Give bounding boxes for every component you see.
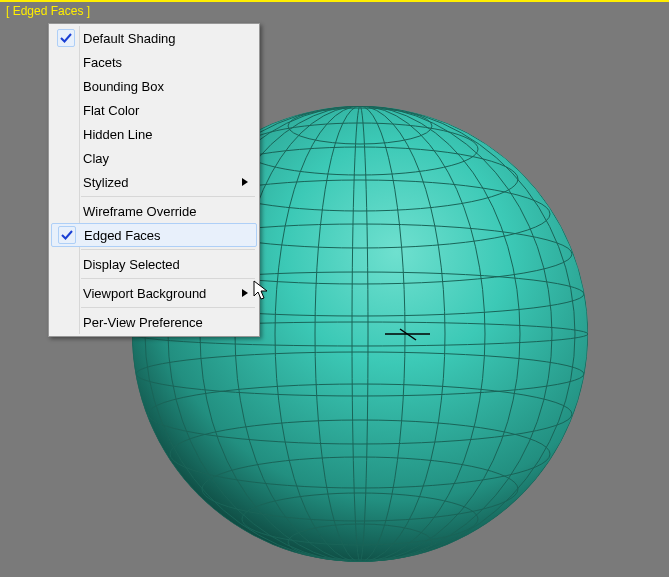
submenu-arrow-icon bbox=[237, 289, 253, 297]
menu-separator bbox=[81, 249, 255, 250]
shading-context-menu: Default Shading Facets Bounding Box Flat… bbox=[48, 23, 260, 337]
mouse-cursor-icon bbox=[253, 280, 271, 305]
menu-separator bbox=[81, 307, 255, 308]
menu-item-clay[interactable]: Clay bbox=[51, 146, 257, 170]
check-icon bbox=[53, 29, 79, 47]
menu-label: Wireframe Override bbox=[79, 204, 257, 219]
viewport-label[interactable]: [ Edged Faces ] bbox=[6, 4, 90, 18]
menu-label: Bounding Box bbox=[79, 79, 257, 94]
menu-item-bounding-box[interactable]: Bounding Box bbox=[51, 74, 257, 98]
menu-item-flat-color[interactable]: Flat Color bbox=[51, 98, 257, 122]
menu-item-facets[interactable]: Facets bbox=[51, 50, 257, 74]
menu-label: Edged Faces bbox=[80, 228, 256, 243]
menu-label: Facets bbox=[79, 55, 257, 70]
menu-item-default-shading[interactable]: Default Shading bbox=[51, 26, 257, 50]
menu-label: Clay bbox=[79, 151, 257, 166]
menu-item-stylized[interactable]: Stylized bbox=[51, 170, 257, 194]
menu-label: Flat Color bbox=[79, 103, 257, 118]
menu-item-per-view-preference[interactable]: Per-View Preference bbox=[51, 310, 257, 334]
menu-item-viewport-background[interactable]: Viewport Background bbox=[51, 281, 257, 305]
menu-item-display-selected[interactable]: Display Selected bbox=[51, 252, 257, 276]
menu-item-edged-faces[interactable]: Edged Faces bbox=[51, 223, 257, 247]
menu-item-wireframe-override[interactable]: Wireframe Override bbox=[51, 199, 257, 223]
menu-separator bbox=[81, 278, 255, 279]
menu-label: Stylized bbox=[79, 175, 237, 190]
menu-label: Display Selected bbox=[79, 257, 257, 272]
menu-label: Hidden Line bbox=[79, 127, 257, 142]
check-icon bbox=[54, 226, 80, 244]
menu-label: Default Shading bbox=[79, 31, 257, 46]
menu-label: Viewport Background bbox=[79, 286, 237, 301]
submenu-arrow-icon bbox=[237, 178, 253, 186]
menu-label: Per-View Preference bbox=[79, 315, 257, 330]
menu-separator bbox=[81, 196, 255, 197]
menu-item-hidden-line[interactable]: Hidden Line bbox=[51, 122, 257, 146]
